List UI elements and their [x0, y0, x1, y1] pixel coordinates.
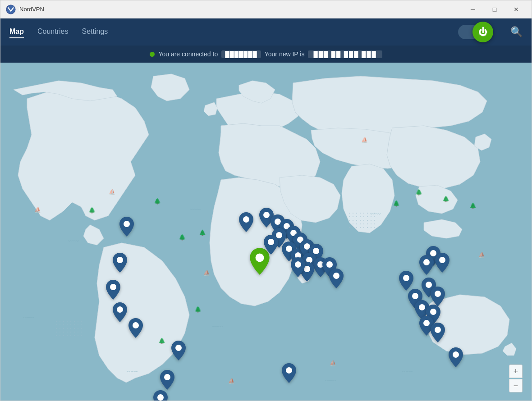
svg-point-28 [326, 261, 333, 268]
svg-point-6 [133, 322, 139, 328]
wave-decoration: 〰〰 [68, 238, 79, 245]
location-pin-africa-1[interactable] [281, 363, 297, 385]
svg-point-41 [453, 351, 459, 358]
svg-point-29 [333, 273, 339, 279]
svg-point-33 [403, 275, 409, 281]
svg-point-2 [124, 221, 130, 227]
wave-decoration: 〰〰 [127, 369, 138, 375]
tree-decoration: 🌲 [393, 200, 400, 207]
svg-point-8 [164, 374, 170, 380]
svg-point-27 [286, 367, 292, 374]
svg-point-4 [110, 284, 116, 290]
status-text-middle: Your new IP is [265, 50, 305, 58]
svg-point-36 [412, 293, 418, 299]
svg-point-11 [243, 216, 249, 223]
titlebar: NordVPN ─ □ ✕ [0, 0, 532, 18]
tree-decoration: 🌲 [199, 229, 206, 236]
app-logo: NordVPN [6, 5, 44, 14]
location-pin-south-america-3[interactable] [153, 390, 168, 401]
boat-decoration: ⛵ [34, 207, 41, 213]
svg-point-9 [157, 394, 164, 401]
toggle-knob: ⏻ [472, 22, 493, 42]
wave-decoration: 〰〰 [23, 315, 34, 321]
location-pin-north-america-1[interactable] [119, 217, 134, 238]
svg-point-12 [263, 212, 270, 218]
svg-point-38 [430, 309, 436, 315]
location-pin-south-america-2[interactable] [160, 370, 175, 392]
map-container: 〰〰 〰〰 〰〰 〰〰 〰〰 〰〰 〰〰 〰〰 🌲 🌲 🌲 🌲 🌲 🌲 🌲 🌲 … [0, 63, 532, 401]
wave-decoration: 〰〰 [402, 369, 413, 375]
dot-pattern [348, 211, 375, 229]
nordvpn-logo-icon [6, 5, 16, 14]
tree-decoration: 🌲 [469, 202, 477, 209]
svg-point-35 [435, 291, 441, 297]
power-toggle[interactable]: ⏻ [458, 25, 490, 39]
power-symbol: ⏻ [478, 27, 487, 36]
server-name-masked: ███████ [221, 50, 261, 58]
boat-decoration: ⛵ [478, 252, 485, 258]
location-pin-north-america-4[interactable] [112, 302, 128, 324]
svg-point-31 [439, 257, 445, 263]
tab-map[interactable]: Map [9, 26, 24, 38]
location-pin-south-america-1[interactable] [171, 341, 186, 362]
tree-decoration: 🌲 [88, 207, 96, 214]
statusbar: You are connected to ███████ Your new IP… [0, 46, 532, 63]
maximize-button[interactable]: □ [485, 3, 504, 16]
svg-point-18 [268, 239, 274, 245]
svg-point-40 [435, 327, 441, 333]
ip-address-masked: ███ ██ ███ ███ [308, 50, 382, 58]
location-pin-asia-2[interactable] [435, 253, 450, 274]
location-pin-europe-8[interactable] [263, 235, 279, 256]
tab-settings[interactable]: Settings [82, 26, 108, 38]
close-button[interactable]: ✕ [506, 3, 526, 16]
svg-point-3 [117, 257, 123, 263]
boat-decoration: ⛵ [361, 137, 368, 143]
toggle-track: ⏻ [458, 25, 490, 39]
boat-decoration: ⛵ [109, 189, 115, 195]
tree-decoration: 🌲 [158, 337, 165, 344]
svg-point-0 [6, 5, 15, 14]
zoom-in-button[interactable]: + [509, 365, 523, 378]
boat-decoration: ⛵ [228, 378, 235, 384]
app-title: NordVPN [19, 6, 44, 13]
svg-point-26 [295, 261, 301, 268]
window-controls: ─ □ ✕ [463, 3, 526, 16]
svg-point-7 [175, 345, 182, 351]
location-pin-north-america-3[interactable] [105, 280, 121, 301]
tree-decoration: 🌲 [179, 234, 186, 241]
tree-decoration: 🌲 [415, 189, 422, 196]
location-pin-europe-16[interactable] [290, 257, 306, 279]
tree-decoration: 🌲 [154, 198, 161, 205]
zoom-controls: + − [509, 365, 523, 392]
wave-decoration: 〰〰 [212, 324, 223, 330]
boat-decoration: ⛵ [330, 360, 336, 366]
connection-status-dot [150, 52, 155, 57]
location-pin-europe-1[interactable] [238, 212, 254, 234]
zoom-out-button[interactable]: − [509, 379, 523, 392]
location-pin-asia-11[interactable] [430, 323, 445, 344]
wave-decoration: 〰〰 [325, 378, 336, 384]
status-text-prefix: You are connected to [158, 50, 218, 58]
dot-pattern [55, 319, 82, 337]
svg-point-39 [423, 320, 430, 326]
location-pin-middle-east-2[interactable] [329, 269, 344, 290]
svg-point-37 [419, 304, 425, 310]
tree-decoration: 🌲 [194, 306, 202, 313]
location-pin-north-america-2[interactable] [112, 253, 128, 274]
svg-point-5 [117, 306, 123, 313]
boat-decoration: ⛵ [203, 270, 210, 276]
tree-decoration: 🌲 [442, 196, 449, 202]
search-icon[interactable]: 🔍 [510, 26, 523, 38]
svg-point-32 [423, 259, 430, 265]
navbar: Map Countries Settings ⏻ 🔍 [0, 18, 532, 46]
minimize-button[interactable]: ─ [463, 3, 483, 16]
location-pin-oceania-1[interactable] [448, 347, 463, 369]
svg-point-10 [256, 253, 264, 262]
location-pin-asia-3[interactable] [419, 255, 434, 277]
location-pin-north-america-5[interactable] [128, 318, 143, 340]
tab-countries[interactable]: Countries [37, 26, 68, 38]
wave-decoration: 〰〰 [190, 207, 201, 213]
